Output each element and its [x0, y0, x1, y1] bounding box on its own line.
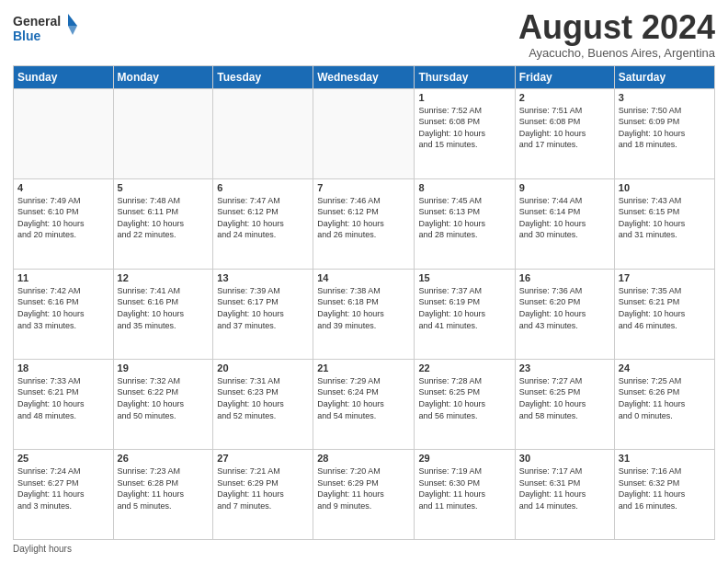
- calendar-cell: 17Sunrise: 7:35 AM Sunset: 6:21 PM Dayli…: [614, 269, 714, 359]
- calendar-cell: 10Sunrise: 7:43 AM Sunset: 6:15 PM Dayli…: [614, 178, 714, 269]
- day-number: 3: [619, 92, 711, 103]
- day-header-tuesday: Tuesday: [213, 65, 313, 88]
- calendar-cell: [213, 88, 313, 178]
- footer-label: Daylight hours: [13, 544, 72, 554]
- calendar-cell: 28Sunrise: 7:20 AM Sunset: 6:29 PM Dayli…: [313, 449, 415, 539]
- week-row-2: 4Sunrise: 7:49 AM Sunset: 6:10 PM Daylig…: [14, 178, 715, 269]
- day-info: Sunrise: 7:51 AM Sunset: 6:08 PM Dayligh…: [519, 105, 610, 151]
- day-number: 6: [217, 182, 309, 193]
- day-header-saturday: Saturday: [614, 65, 714, 88]
- calendar-table: SundayMondayTuesdayWednesdayThursdayFrid…: [13, 65, 715, 540]
- calendar-cell: 7Sunrise: 7:46 AM Sunset: 6:12 PM Daylig…: [313, 178, 415, 269]
- day-info: Sunrise: 7:49 AM Sunset: 6:10 PM Dayligh…: [17, 195, 109, 241]
- week-row-3: 11Sunrise: 7:42 AM Sunset: 6:16 PM Dayli…: [14, 269, 715, 359]
- day-number: 25: [17, 453, 109, 464]
- calendar-cell: 16Sunrise: 7:36 AM Sunset: 6:20 PM Dayli…: [515, 269, 614, 359]
- calendar-cell: 2Sunrise: 7:51 AM Sunset: 6:08 PM Daylig…: [515, 88, 614, 178]
- day-number: 13: [217, 272, 309, 283]
- day-info: Sunrise: 7:23 AM Sunset: 6:28 PM Dayligh…: [118, 465, 210, 511]
- calendar-cell: 27Sunrise: 7:21 AM Sunset: 6:29 PM Dayli…: [213, 449, 313, 539]
- day-info: Sunrise: 7:44 AM Sunset: 6:14 PM Dayligh…: [519, 195, 610, 241]
- calendar-cell: 8Sunrise: 7:45 AM Sunset: 6:13 PM Daylig…: [415, 178, 515, 269]
- day-info: Sunrise: 7:41 AM Sunset: 6:16 PM Dayligh…: [118, 285, 210, 331]
- calendar-cell: 24Sunrise: 7:25 AM Sunset: 6:26 PM Dayli…: [614, 359, 714, 449]
- calendar-cell: 18Sunrise: 7:33 AM Sunset: 6:21 PM Dayli…: [14, 359, 114, 449]
- week-row-4: 18Sunrise: 7:33 AM Sunset: 6:21 PM Dayli…: [14, 359, 715, 449]
- day-info: Sunrise: 7:52 AM Sunset: 6:08 PM Dayligh…: [418, 105, 510, 151]
- calendar-cell: 3Sunrise: 7:50 AM Sunset: 6:09 PM Daylig…: [614, 88, 714, 178]
- svg-marker-2: [68, 14, 77, 26]
- calendar-cell: 13Sunrise: 7:39 AM Sunset: 6:17 PM Dayli…: [213, 269, 313, 359]
- day-info: Sunrise: 7:20 AM Sunset: 6:29 PM Dayligh…: [317, 465, 410, 511]
- logo-area: General Blue: [13, 9, 77, 50]
- week-row-1: 1Sunrise: 7:52 AM Sunset: 6:08 PM Daylig…: [14, 88, 715, 178]
- calendar-cell: 11Sunrise: 7:42 AM Sunset: 6:16 PM Dayli…: [14, 269, 114, 359]
- calendar-cell: 14Sunrise: 7:38 AM Sunset: 6:18 PM Dayli…: [313, 269, 415, 359]
- day-number: 7: [317, 182, 410, 193]
- day-info: Sunrise: 7:39 AM Sunset: 6:17 PM Dayligh…: [217, 285, 309, 331]
- day-info: Sunrise: 7:45 AM Sunset: 6:13 PM Dayligh…: [418, 195, 510, 241]
- day-number: 16: [519, 272, 610, 283]
- header: General Blue August 2024 Ayacucho, Bueno…: [13, 9, 715, 60]
- page: General Blue August 2024 Ayacucho, Bueno…: [0, 0, 728, 563]
- day-number: 27: [217, 453, 309, 464]
- calendar-cell: 4Sunrise: 7:49 AM Sunset: 6:10 PM Daylig…: [14, 178, 114, 269]
- day-info: Sunrise: 7:36 AM Sunset: 6:20 PM Dayligh…: [519, 285, 610, 331]
- day-number: 18: [17, 362, 109, 373]
- day-info: Sunrise: 7:28 AM Sunset: 6:25 PM Dayligh…: [418, 375, 510, 421]
- day-info: Sunrise: 7:43 AM Sunset: 6:15 PM Dayligh…: [619, 195, 711, 241]
- calendar-cell: 31Sunrise: 7:16 AM Sunset: 6:32 PM Dayli…: [614, 449, 714, 539]
- calendar-cell: [113, 88, 213, 178]
- logo: General Blue: [13, 9, 77, 50]
- day-info: Sunrise: 7:16 AM Sunset: 6:32 PM Dayligh…: [619, 465, 711, 511]
- day-info: Sunrise: 7:27 AM Sunset: 6:25 PM Dayligh…: [519, 375, 610, 421]
- day-info: Sunrise: 7:37 AM Sunset: 6:19 PM Dayligh…: [418, 285, 510, 331]
- calendar-cell: 1Sunrise: 7:52 AM Sunset: 6:08 PM Daylig…: [415, 88, 515, 178]
- logo-svg: General Blue: [13, 9, 77, 46]
- day-number: 17: [619, 272, 711, 283]
- day-number: 30: [519, 453, 610, 464]
- calendar-cell: 21Sunrise: 7:29 AM Sunset: 6:24 PM Dayli…: [313, 359, 415, 449]
- day-info: Sunrise: 7:33 AM Sunset: 6:21 PM Dayligh…: [17, 375, 109, 421]
- footer: Daylight hours: [13, 544, 715, 554]
- calendar-cell: 6Sunrise: 7:47 AM Sunset: 6:12 PM Daylig…: [213, 178, 313, 269]
- day-header-monday: Monday: [113, 65, 213, 88]
- day-number: 8: [418, 182, 510, 193]
- day-number: 29: [418, 453, 510, 464]
- calendar-cell: 26Sunrise: 7:23 AM Sunset: 6:28 PM Dayli…: [113, 449, 213, 539]
- calendar-cell: [313, 88, 415, 178]
- day-number: 28: [317, 453, 410, 464]
- svg-marker-3: [68, 26, 77, 35]
- calendar-cell: 12Sunrise: 7:41 AM Sunset: 6:16 PM Dayli…: [113, 269, 213, 359]
- day-number: 20: [217, 362, 309, 373]
- day-header-wednesday: Wednesday: [313, 65, 415, 88]
- day-number: 26: [118, 453, 210, 464]
- day-info: Sunrise: 7:31 AM Sunset: 6:23 PM Dayligh…: [217, 375, 309, 421]
- day-info: Sunrise: 7:24 AM Sunset: 6:27 PM Dayligh…: [17, 465, 109, 511]
- calendar-cell: 5Sunrise: 7:48 AM Sunset: 6:11 PM Daylig…: [113, 178, 213, 269]
- day-info: Sunrise: 7:21 AM Sunset: 6:29 PM Dayligh…: [217, 465, 309, 511]
- day-number: 2: [519, 92, 610, 103]
- calendar-cell: 19Sunrise: 7:32 AM Sunset: 6:22 PM Dayli…: [113, 359, 213, 449]
- day-info: Sunrise: 7:35 AM Sunset: 6:21 PM Dayligh…: [619, 285, 711, 331]
- day-info: Sunrise: 7:17 AM Sunset: 6:31 PM Dayligh…: [519, 465, 610, 511]
- day-number: 19: [118, 362, 210, 373]
- day-number: 10: [619, 182, 711, 193]
- header-row: SundayMondayTuesdayWednesdayThursdayFrid…: [14, 65, 715, 88]
- calendar-cell: 29Sunrise: 7:19 AM Sunset: 6:30 PM Dayli…: [415, 449, 515, 539]
- day-info: Sunrise: 7:19 AM Sunset: 6:30 PM Dayligh…: [418, 465, 510, 511]
- svg-text:Blue: Blue: [13, 29, 41, 43]
- day-number: 21: [317, 362, 410, 373]
- day-info: Sunrise: 7:32 AM Sunset: 6:22 PM Dayligh…: [118, 375, 210, 421]
- day-info: Sunrise: 7:29 AM Sunset: 6:24 PM Dayligh…: [317, 375, 410, 421]
- day-info: Sunrise: 7:38 AM Sunset: 6:18 PM Dayligh…: [317, 285, 410, 331]
- day-info: Sunrise: 7:50 AM Sunset: 6:09 PM Dayligh…: [619, 105, 711, 151]
- calendar-cell: 25Sunrise: 7:24 AM Sunset: 6:27 PM Dayli…: [14, 449, 114, 539]
- calendar-cell: 20Sunrise: 7:31 AM Sunset: 6:23 PM Dayli…: [213, 359, 313, 449]
- day-number: 11: [17, 272, 109, 283]
- calendar-cell: 22Sunrise: 7:28 AM Sunset: 6:25 PM Dayli…: [415, 359, 515, 449]
- day-info: Sunrise: 7:42 AM Sunset: 6:16 PM Dayligh…: [17, 285, 109, 331]
- calendar-cell: [14, 88, 114, 178]
- day-info: Sunrise: 7:48 AM Sunset: 6:11 PM Dayligh…: [118, 195, 210, 241]
- day-info: Sunrise: 7:25 AM Sunset: 6:26 PM Dayligh…: [619, 375, 711, 421]
